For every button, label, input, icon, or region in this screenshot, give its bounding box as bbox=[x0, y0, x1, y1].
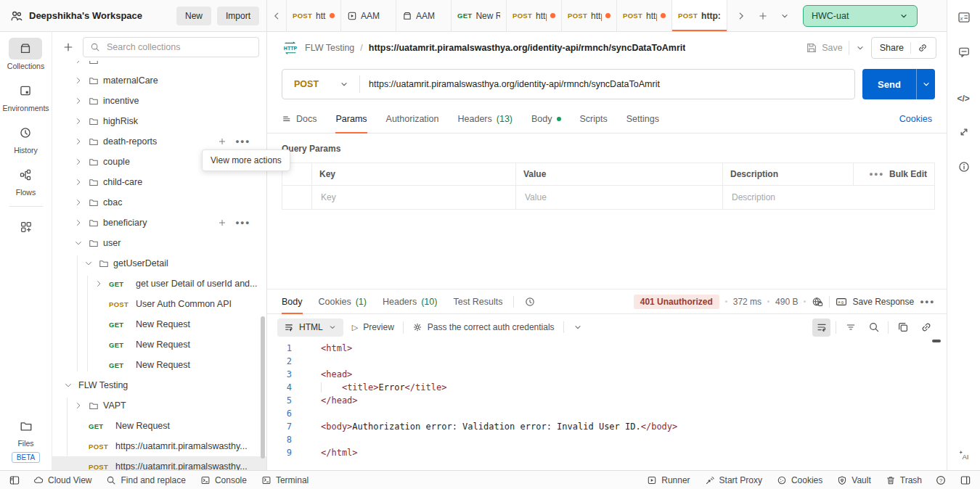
chevron-right-icon[interactable] bbox=[73, 115, 84, 127]
info-icon[interactable] bbox=[957, 160, 971, 173]
filter-icon[interactable] bbox=[841, 319, 859, 337]
chevron-right-icon[interactable] bbox=[73, 75, 84, 86]
tree-row-child-care[interactable]: child-care bbox=[52, 172, 266, 192]
statusbar-terminal[interactable]: Terminal bbox=[261, 475, 309, 485]
breadcrumb-collection[interactable]: FLW Testing bbox=[305, 43, 354, 53]
add-request-icon[interactable] bbox=[218, 137, 226, 146]
chevron-right-icon[interactable] bbox=[73, 95, 84, 107]
import-button[interactable]: Import bbox=[217, 7, 259, 25]
related-requests-icon[interactable] bbox=[957, 126, 971, 139]
statusbar-runner[interactable]: Runner bbox=[647, 475, 690, 485]
request-tab-settings[interactable]: Settings bbox=[626, 104, 659, 133]
statusbar-vault[interactable]: Vault bbox=[837, 475, 870, 485]
request-tab-authorization[interactable]: Authorization bbox=[386, 104, 439, 133]
request-tab-headers[interactable]: Headers(13) bbox=[458, 104, 513, 133]
more-actions-icon[interactable]: ●●● bbox=[235, 138, 250, 145]
request-tab-docs[interactable]: Docs bbox=[282, 104, 317, 133]
save-response-button[interactable]: Save Response bbox=[836, 296, 914, 308]
request-tab-params[interactable]: Params bbox=[335, 104, 367, 133]
response-time[interactable]: 372 ms bbox=[733, 297, 761, 307]
add-collection-icon[interactable] bbox=[60, 38, 77, 56]
add-request-icon[interactable] bbox=[218, 218, 226, 227]
tree-row-getuserdetail[interactable]: getUserDetail bbox=[52, 253, 266, 274]
search-collections-input[interactable] bbox=[105, 41, 252, 53]
chevron-right-icon[interactable] bbox=[73, 136, 84, 147]
header-tab-5-http[interactable]: POSThttp bbox=[562, 0, 617, 31]
tree-row-https-uatamrit-piramalswasthy[interactable]: POSThttps://uatamrit.piramalswasthy... bbox=[52, 436, 266, 456]
help-icon[interactable] bbox=[935, 474, 947, 486]
code-snippet-icon[interactable]: </> bbox=[957, 81, 971, 104]
tree-row-maternalcare[interactable]: maternalCare bbox=[52, 70, 266, 91]
response-link-icon[interactable] bbox=[917, 319, 935, 337]
statusbar-trash[interactable]: Trash bbox=[886, 475, 922, 485]
send-options-caret-icon[interactable] bbox=[916, 69, 935, 99]
tree-row-death-reports[interactable]: death-reports ●●● bbox=[52, 131, 266, 152]
rail-item-environments[interactable]: Environments bbox=[2, 80, 49, 112]
rail-item-history[interactable]: History bbox=[9, 122, 42, 155]
cookies-link[interactable]: Cookies bbox=[899, 114, 932, 124]
tree-row-new-request[interactable]: GETNew Request bbox=[52, 334, 266, 355]
param-key-input[interactable] bbox=[319, 192, 508, 203]
header-tab-6-http[interactable]: POSThttp bbox=[617, 0, 672, 31]
header-tab-1-aam[interactable]: AAM bbox=[341, 0, 396, 31]
tree-row-https-uatamrit-piramalswasthy[interactable]: POSThttps://uatamrit.piramalswasthy... bbox=[52, 456, 266, 470]
response-body-viewer[interactable]: 1<html>23<head>4 <title>Error</title>5</… bbox=[267, 337, 947, 470]
chevron-down-icon[interactable] bbox=[62, 379, 74, 391]
header-tab-2-aam[interactable]: AAM bbox=[396, 0, 452, 31]
response-tab-body[interactable]: Body bbox=[282, 289, 303, 313]
search-response-icon[interactable] bbox=[865, 319, 883, 337]
chevron-right-icon[interactable] bbox=[73, 197, 84, 208]
share-button[interactable]: Share bbox=[871, 37, 936, 59]
preview-button[interactable]: ▷ Preview bbox=[352, 322, 394, 332]
rail-item-files[interactable]: Files BETA bbox=[9, 415, 43, 463]
save-button[interactable]: Save bbox=[806, 42, 843, 54]
param-description-input[interactable] bbox=[730, 192, 927, 203]
response-format-select[interactable]: HTML bbox=[277, 319, 343, 337]
rail-item-flows[interactable]: Flows bbox=[9, 164, 42, 197]
response-tab-headers[interactable]: Headers(10) bbox=[383, 289, 437, 313]
sidebar-scrollbar[interactable] bbox=[261, 316, 265, 459]
request-tab-body[interactable]: Body bbox=[531, 104, 561, 133]
chevron-right-icon[interactable] bbox=[73, 176, 84, 188]
header-tab-0-http[interactable]: POSThttp bbox=[286, 0, 341, 31]
header-tab-4-http[interactable]: POSThttp bbox=[507, 0, 562, 31]
url-input[interactable] bbox=[360, 79, 854, 89]
network-info-globe-icon[interactable] bbox=[812, 296, 823, 308]
response-history-icon[interactable] bbox=[524, 296, 536, 308]
workspace-name[interactable]: Deepshikha's Workspace bbox=[29, 10, 171, 21]
wrap-text-icon[interactable] bbox=[812, 319, 830, 337]
tree-row-vapt[interactable]: VAPT bbox=[52, 395, 266, 416]
chevron-right-icon[interactable] bbox=[73, 61, 84, 66]
tree-row-new-request[interactable]: GETNew Request bbox=[52, 416, 266, 436]
tree-row-beneficiary[interactable]: beneficiary ●●● bbox=[52, 213, 266, 233]
tabs-scroll-right-icon[interactable] bbox=[730, 6, 752, 26]
chevron-down-icon[interactable] bbox=[83, 258, 94, 269]
environment-quick-look-icon[interactable] bbox=[957, 11, 971, 24]
chevron-down-icon[interactable] bbox=[73, 237, 84, 249]
ai-postbot-icon[interactable] bbox=[957, 448, 971, 461]
suggestion-caret-icon[interactable] bbox=[573, 322, 583, 332]
request-tab-scripts[interactable]: Scripts bbox=[580, 104, 608, 133]
chevron-right-icon[interactable] bbox=[93, 278, 105, 289]
toggle-sidebar-icon[interactable] bbox=[9, 474, 20, 486]
bulk-edit-button[interactable]: ●●● Bulk Edit bbox=[853, 163, 934, 185]
tree-row-item[interactable] bbox=[52, 61, 266, 70]
chevron-right-icon[interactable] bbox=[73, 156, 84, 168]
response-size[interactable]: 490 B bbox=[775, 297, 798, 307]
tree-row-new-request[interactable]: GETNew Request bbox=[52, 314, 266, 334]
code-scrollbar[interactable] bbox=[932, 340, 941, 342]
statusbar-find-and-replace[interactable]: Find and replace bbox=[106, 475, 185, 485]
tree-row-flw-testing[interactable]: FLW Testing bbox=[52, 375, 266, 395]
status-badge[interactable]: 401 Unauthorized bbox=[634, 295, 719, 309]
response-tab-cookies[interactable]: Cookies(1) bbox=[319, 289, 367, 313]
breadcrumb-request-name[interactable]: https://uatamrit.piramalswasthya.org/ide… bbox=[369, 43, 686, 53]
statusbar-cloud-view[interactable]: Cloud View bbox=[33, 475, 91, 485]
tree-row-incentive[interactable]: incentive bbox=[52, 91, 266, 111]
response-more-actions-icon[interactable]: ●●● bbox=[920, 298, 935, 305]
chevron-right-icon[interactable] bbox=[73, 400, 84, 411]
comments-icon[interactable] bbox=[957, 46, 971, 59]
send-button[interactable]: Send bbox=[862, 69, 935, 99]
new-button[interactable]: New bbox=[176, 7, 211, 25]
tree-row-highrisk[interactable]: highRisk bbox=[52, 111, 266, 131]
statusbar-console[interactable]: Console bbox=[200, 475, 247, 485]
